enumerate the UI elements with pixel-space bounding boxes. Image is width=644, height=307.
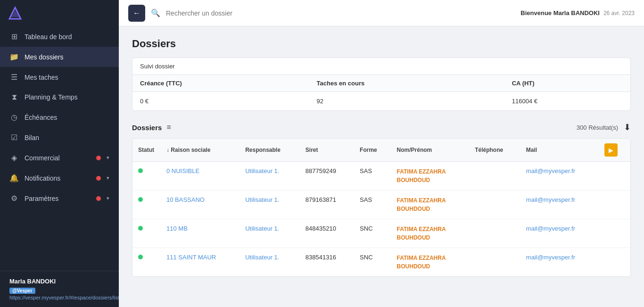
col-raison-sociale[interactable]: ↓ Raison sociale bbox=[161, 139, 239, 162]
raison-sociale-link[interactable]: 111 SAINT MAUR bbox=[166, 254, 216, 261]
cell-siret: 879163871 bbox=[300, 191, 354, 219]
cell-mail: mail@myvesper.fr bbox=[520, 162, 599, 191]
cell-forme: SNC bbox=[354, 248, 391, 277]
dossiers-header: Dossiers ≡ 300 Résultat(s) ⬇ bbox=[132, 122, 631, 133]
checklist-icon: ☑ bbox=[9, 133, 19, 142]
cell-responsable: Utilisateur 1. bbox=[239, 219, 300, 248]
col-siret: Siret bbox=[300, 139, 354, 162]
cell-responsable: Utilisateur 1. bbox=[239, 248, 300, 277]
page-title: Dossiers bbox=[132, 38, 631, 50]
dossiers-label: Dossiers bbox=[132, 124, 162, 132]
user-name: Marla BANDOKI bbox=[9, 278, 109, 285]
gear-icon: ⚙ bbox=[9, 194, 19, 203]
cell-raison-sociale: 10 BASSANO bbox=[161, 191, 239, 219]
summary-col-creance: Créance (TTC) bbox=[132, 75, 309, 92]
footer-brand: @Vesper bbox=[9, 288, 109, 294]
cell-siret: 848435210 bbox=[300, 219, 354, 248]
tasks-icon: ☰ bbox=[9, 73, 19, 82]
cell-nom-prenom: FATIMA EZZAHRABOUHDOUD bbox=[391, 162, 470, 191]
nom-prenom-text: FATIMA EZZAHRABOUHDOUD bbox=[397, 255, 446, 270]
responsable-link[interactable]: Utilisateur 1. bbox=[245, 254, 279, 261]
sidebar-item-commercial[interactable]: ◈ Commercial ▾ bbox=[0, 148, 119, 168]
cell-actions bbox=[599, 219, 630, 248]
cell-statut bbox=[132, 191, 161, 219]
col-forme: Forme bbox=[354, 139, 391, 162]
status-dot bbox=[138, 197, 143, 202]
cell-actions bbox=[599, 162, 630, 191]
raison-sociale-link[interactable]: 0 NUISIBLE bbox=[166, 167, 199, 174]
cell-raison-sociale: 111 SAINT MAUR bbox=[161, 248, 239, 277]
cell-mail: mail@myvesper.fr bbox=[520, 248, 599, 277]
cell-statut bbox=[132, 162, 161, 191]
sidebar-item-mes-dossiers[interactable]: 📁 Mes dossiers bbox=[0, 47, 119, 67]
raison-sociale-link[interactable]: 10 BASSANO bbox=[166, 196, 205, 203]
hourglass-icon: ⧗ bbox=[9, 93, 19, 101]
dossiers-header-left: Dossiers ≡ bbox=[132, 123, 171, 132]
results-count: 300 Résultat(s) bbox=[577, 124, 618, 131]
welcome-name: Bienvenue Marla BANDOKI bbox=[520, 9, 600, 17]
sidebar-item-mes-taches[interactable]: ☰ Mes taches bbox=[0, 67, 119, 87]
download-icon[interactable]: ⬇ bbox=[624, 122, 631, 133]
cell-raison-sociale: 110 MB bbox=[161, 219, 239, 248]
data-table-wrap: Statut ↓ Raison sociale Responsable Sire… bbox=[132, 138, 631, 277]
sidebar-item-label: Mes taches bbox=[25, 74, 109, 81]
status-dot bbox=[138, 255, 143, 259]
responsable-link[interactable]: Utilisateur 1. bbox=[245, 167, 279, 174]
sidebar-item-label: Planning & Temps bbox=[25, 93, 109, 101]
cell-responsable: Utilisateur 1. bbox=[239, 162, 300, 191]
cell-forme: SAS bbox=[354, 162, 391, 191]
col-mail: Mail bbox=[520, 139, 599, 162]
back-button[interactable]: ← bbox=[128, 5, 145, 22]
cell-mail: mail@myvesper.fr bbox=[520, 219, 599, 248]
sidebar-item-label: Échéances bbox=[25, 114, 109, 121]
parametres-badge bbox=[96, 196, 101, 201]
welcome-date: 26 avr. 2023 bbox=[603, 10, 635, 17]
clock-icon: ◷ bbox=[9, 113, 19, 122]
logo-area bbox=[0, 0, 119, 26]
cell-raison-sociale: 0 NUISIBLE bbox=[161, 162, 239, 191]
sidebar-item-bilan[interactable]: ☑ Bilan bbox=[0, 127, 119, 148]
nom-prenom-text: FATIMA EZZAHRABOUHDOUD bbox=[397, 226, 446, 241]
cell-telephone bbox=[469, 219, 520, 248]
col-nav: ▶ bbox=[599, 139, 630, 162]
cell-siret: 838541316 bbox=[300, 248, 354, 277]
sidebar-item-label: Notifications bbox=[25, 174, 91, 182]
header-right: Bienvenue Marla BANDOKI 26 avr. 2023 bbox=[520, 9, 635, 17]
mail-text: mail@myvesper.fr bbox=[526, 196, 575, 203]
col-responsable: Responsable bbox=[239, 139, 300, 162]
table-row: 111 SAINT MAUR Utilisateur 1. 838541316 … bbox=[132, 248, 630, 277]
sidebar-item-tableau-de-bord[interactable]: ⊞ Tableau de bord bbox=[0, 26, 119, 47]
sidebar-item-notifications[interactable]: 🔔 Notifications ▾ bbox=[0, 168, 119, 188]
folder-icon: 📁 bbox=[9, 52, 19, 61]
summary-val-creance: 0 € bbox=[132, 92, 309, 111]
responsable-link[interactable]: Utilisateur 1. bbox=[245, 225, 279, 232]
sidebar-nav: ⊞ Tableau de bord 📁 Mes dossiers ☰ Mes t… bbox=[0, 26, 119, 271]
raison-sociale-link[interactable]: 110 MB bbox=[166, 225, 188, 232]
mail-text: mail@myvesper.fr bbox=[526, 254, 575, 261]
cell-nom-prenom: FATIMA EZZAHRABOUHDOUD bbox=[391, 248, 470, 277]
cell-siret: 887759249 bbox=[300, 162, 354, 191]
sidebar-item-echeances[interactable]: ◷ Échéances bbox=[0, 107, 119, 127]
table-row: 10 BASSANO Utilisateur 1. 879163871 SAS … bbox=[132, 191, 630, 219]
summary-val-taches: 92 bbox=[309, 92, 504, 111]
cell-actions bbox=[599, 248, 630, 277]
main-area: ← 🔍 Bienvenue Marla BANDOKI 26 avr. 2023… bbox=[119, 0, 644, 307]
sidebar-footer: Marla BANDOKI @Vesper https://vesper.myv… bbox=[0, 271, 119, 307]
sidebar-item-planning-temps[interactable]: ⧗ Planning & Temps bbox=[0, 87, 119, 107]
table-row: 0 NUISIBLE Utilisateur 1. 887759249 SAS … bbox=[132, 162, 630, 191]
vesper-logo bbox=[8, 6, 23, 21]
responsable-link[interactable]: Utilisateur 1. bbox=[245, 196, 279, 203]
cell-responsable: Utilisateur 1. bbox=[239, 191, 300, 219]
cell-telephone bbox=[469, 162, 520, 191]
search-input[interactable] bbox=[166, 9, 515, 17]
mail-text: mail@myvesper.fr bbox=[526, 167, 575, 174]
user-link[interactable]: https://vesper.myvesper.fr/#/espace/doss… bbox=[9, 295, 109, 300]
status-dot bbox=[138, 226, 143, 231]
filter-icon[interactable]: ≡ bbox=[166, 123, 171, 132]
sidebar-item-parametres[interactable]: ⚙ Paramètres ▾ bbox=[0, 188, 119, 208]
cell-telephone bbox=[469, 248, 520, 277]
header: ← 🔍 Bienvenue Marla BANDOKI 26 avr. 2023 bbox=[119, 0, 644, 26]
chevron-down-icon: ▾ bbox=[107, 155, 109, 161]
table-next-button[interactable]: ▶ bbox=[604, 143, 618, 157]
cell-forme: SAS bbox=[354, 191, 391, 219]
